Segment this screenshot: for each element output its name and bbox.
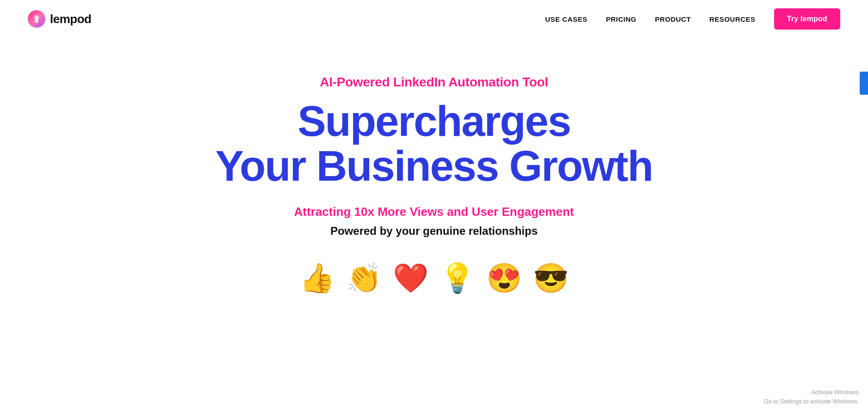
try-lempod-button[interactable]: Try lempod <box>774 8 840 30</box>
navigation: lempod USE CASES PRICING PRODUCT RESOURC… <box>0 0 868 38</box>
hero-title-line2: Your Business Growth <box>216 142 653 189</box>
logo-text: lempod <box>50 12 91 26</box>
emoji-row: 👍 👏 ❤️ 💡 😍 😎 <box>299 262 569 295</box>
hero-section: AI-Powered LinkedIn Automation Tool Supe… <box>0 38 868 323</box>
emoji-sunglasses: 😎 <box>533 262 569 295</box>
nav-product[interactable]: PRODUCT <box>655 15 691 23</box>
hero-subtitle: AI-Powered LinkedIn Automation Tool <box>320 75 548 90</box>
nav-resources[interactable]: RESOURCES <box>709 15 756 23</box>
emoji-bulb: 💡 <box>440 262 475 295</box>
right-edge-tab <box>860 72 868 95</box>
logo-icon <box>28 10 45 28</box>
emoji-hearteyes: 😍 <box>486 262 522 295</box>
nav-links: USE CASES PRICING PRODUCT RESOURCES Try … <box>545 8 840 30</box>
hero-title: Supercharges Your Business Growth <box>216 99 653 188</box>
hero-tagline-dark: Powered by your genuine relationships <box>330 225 538 238</box>
lempod-logo-svg <box>31 14 42 24</box>
nav-pricing[interactable]: PRICING <box>606 15 636 23</box>
logo[interactable]: lempod <box>28 10 91 28</box>
windows-watermark: Activate Windows Go to Settings to activ… <box>764 388 859 406</box>
hero-title-line1: Supercharges <box>298 98 570 145</box>
emoji-heart: ❤️ <box>393 262 428 295</box>
emoji-clap: 👏 <box>346 262 382 295</box>
watermark-line1: Activate Windows <box>764 388 859 397</box>
watermark-line2: Go to Settings to activate Windows. <box>764 397 859 406</box>
hero-tagline-pink: Attracting 10x More Views and User Engag… <box>294 205 574 219</box>
nav-use-cases[interactable]: USE CASES <box>545 15 587 23</box>
emoji-thumbsup: 👍 <box>299 262 335 295</box>
